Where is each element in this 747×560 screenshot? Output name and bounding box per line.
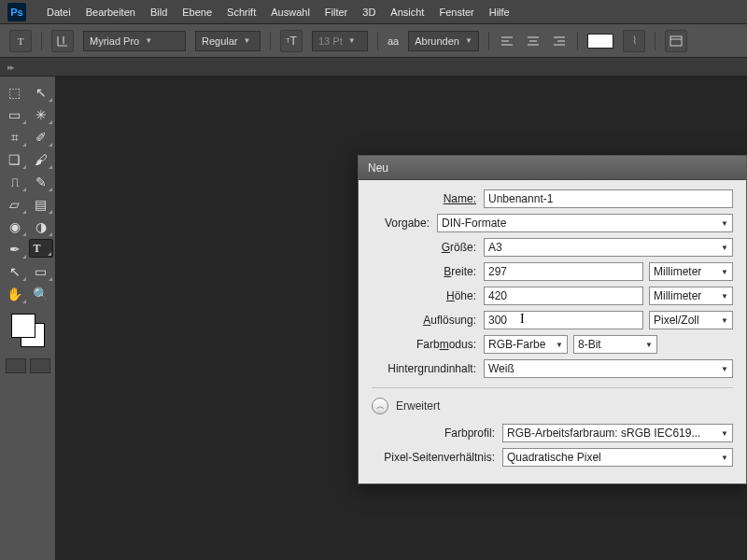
height-unit-select[interactable]: Millimeter▼ xyxy=(649,287,733,305)
separator xyxy=(655,32,655,50)
advanced-label: Erweitert xyxy=(396,399,440,413)
width-unit-select[interactable]: Millimeter▼ xyxy=(649,262,733,281)
document-tab-strip: ▸▸ xyxy=(0,58,747,77)
size-value: A3 xyxy=(488,241,502,254)
warp-text-icon[interactable]: ⌇ xyxy=(623,30,645,52)
mode-label: Farbmodus: xyxy=(372,338,484,351)
menu-ansicht[interactable]: Ansicht xyxy=(390,7,424,18)
dialog-titlebar[interactable]: Neu xyxy=(359,156,746,180)
tool-blur[interactable]: ◉ xyxy=(3,217,27,237)
menu-hilfe[interactable]: Hilfe xyxy=(489,7,510,18)
align-center-button[interactable] xyxy=(525,33,542,49)
name-input[interactable]: Unbenannt-1 xyxy=(484,189,733,208)
resolution-input[interactable]: 300 I xyxy=(484,311,643,329)
tool-zoom[interactable]: 🔍 xyxy=(29,284,53,304)
app-logo: Ps xyxy=(7,3,26,21)
menu-3d[interactable]: 3D xyxy=(362,7,375,18)
resolution-unit-select[interactable]: Pixel/Zoll▼ xyxy=(649,311,733,329)
font-family-select[interactable]: Myriad Pro▼ xyxy=(83,31,186,51)
menu-schrift[interactable]: Schrift xyxy=(227,7,256,18)
separator xyxy=(41,32,42,50)
advanced-toggle[interactable]: ︿ Erweitert xyxy=(372,398,733,414)
menu-ebene[interactable]: Ebene xyxy=(182,7,212,18)
size-select[interactable]: A3 ▼ xyxy=(484,238,733,257)
tool-move-arrow[interactable]: ↖ xyxy=(29,82,53,103)
separator xyxy=(488,32,489,50)
menu-datei[interactable]: Datei xyxy=(47,7,71,18)
menu-bearbeiten[interactable]: Bearbeiten xyxy=(86,7,135,18)
antialias-label: aa xyxy=(388,35,399,47)
resolution-label: Auflösung: xyxy=(372,314,484,327)
align-left-button[interactable] xyxy=(499,33,515,49)
separator xyxy=(577,32,578,50)
chevron-down-icon: ▼ xyxy=(465,36,472,45)
tool-type[interactable]: T xyxy=(29,239,53,258)
profile-label: Farbprofil: xyxy=(372,427,502,440)
font-size-value: 13 Pt xyxy=(318,35,343,47)
size-label: Größe: xyxy=(372,241,484,254)
edit-mode-standard[interactable] xyxy=(6,358,26,373)
tool-brush[interactable]: 🖌 xyxy=(29,149,53,170)
menu-bild[interactable]: Bild xyxy=(150,7,167,18)
pixel-aspect-select[interactable]: Quadratische Pixel▼ xyxy=(502,448,733,467)
tool-marquee[interactable]: ▭ xyxy=(3,105,27,125)
par-label: Pixel-Seitenverhältnis: xyxy=(372,451,502,464)
font-style-select[interactable]: Regular▼ xyxy=(195,31,261,51)
menu-fenster[interactable]: Fenster xyxy=(439,7,473,18)
toolbox: ⬚ ↖ ▭ ✳ ⌗ ✐ ❏ 🖌 ⎍ ✎ ▱ ▤ ◉ ◑ ✒ T ↖ ▭ ✋ 🔍 xyxy=(0,77,56,560)
bit-depth-value: 8-Bit xyxy=(578,338,601,351)
tool-path-select[interactable]: ↖ xyxy=(3,261,27,282)
antialias-select[interactable]: Abrunden▼ xyxy=(408,31,479,51)
tool-stamp[interactable]: ⎍ xyxy=(3,172,27,192)
tool-history[interactable]: ✎ xyxy=(29,172,53,192)
tool-patch[interactable]: ❏ xyxy=(3,149,27,170)
resolution-unit-value: Pixel/Zoll xyxy=(654,314,699,327)
tool-magic-wand[interactable]: ✳ xyxy=(29,105,53,125)
foreground-color-swatch[interactable] xyxy=(11,314,35,338)
antialias-value: Abrunden xyxy=(415,35,459,47)
text-caret-icon: I xyxy=(520,312,525,327)
color-profile-select[interactable]: RGB-Arbeitsfarbraum: sRGB IEC619...▼ xyxy=(502,424,733,442)
tool-dodge[interactable]: ◑ xyxy=(29,217,53,237)
font-size-select[interactable]: 13 Pt▼ xyxy=(312,31,368,51)
background-select[interactable]: Weiß▼ xyxy=(484,359,733,378)
menu-filter[interactable]: Filter xyxy=(325,7,347,18)
align-right-button[interactable] xyxy=(551,33,568,49)
tool-hand[interactable]: ✋ xyxy=(3,284,27,304)
height-label: Höhe: xyxy=(372,289,484,302)
tool-eyedropper[interactable]: ✐ xyxy=(29,127,53,147)
character-panel-icon[interactable] xyxy=(665,30,687,52)
font-size-icon: TT xyxy=(280,30,303,52)
tool-eraser[interactable]: ▱ xyxy=(3,194,27,215)
tool-pen[interactable]: ✒ xyxy=(3,239,27,259)
preset-value: DIN-Formate xyxy=(442,217,506,230)
tool-shape[interactable]: ▭ xyxy=(29,261,53,282)
chevron-down-icon: ▼ xyxy=(721,454,728,462)
chevron-down-icon: ▼ xyxy=(348,36,356,45)
orientation-icon[interactable] xyxy=(51,30,74,52)
chevron-down-icon: ▼ xyxy=(556,341,563,349)
edit-mode-quickmask[interactable] xyxy=(30,358,50,373)
chevron-down-icon: ▼ xyxy=(645,341,653,349)
chevron-down-icon: ▼ xyxy=(145,36,152,45)
background-label: Hintergrundinhalt: xyxy=(372,362,484,375)
tab-overflow-icon[interactable]: ▸▸ xyxy=(7,63,13,72)
color-profile-value: RGB-Arbeitsfarbraum: sRGB IEC619... xyxy=(507,427,700,440)
tool-gradient[interactable]: ▤ xyxy=(29,194,53,215)
color-swatches[interactable] xyxy=(9,312,47,349)
tool-crop[interactable]: ⌗ xyxy=(3,127,27,147)
tool-move[interactable]: ⬚ xyxy=(3,82,27,103)
tool-preset-icon[interactable]: T xyxy=(9,30,32,52)
chevron-down-icon: ▼ xyxy=(721,244,728,252)
background-value: Weiß xyxy=(488,362,514,375)
preset-select[interactable]: DIN-Formate ▼ xyxy=(437,214,733,232)
color-mode-select[interactable]: RGB-Farbe▼ xyxy=(484,335,568,354)
text-color-swatch[interactable] xyxy=(587,34,613,49)
new-document-dialog: Neu Name: Unbenannt-1 Vorgabe: DIN-Forma… xyxy=(358,155,747,484)
separator xyxy=(270,32,271,50)
width-input[interactable]: 297 xyxy=(484,262,643,281)
menu-auswahl[interactable]: Auswahl xyxy=(271,7,310,18)
height-unit-value: Millimeter xyxy=(654,289,701,302)
bit-depth-select[interactable]: 8-Bit▼ xyxy=(573,335,657,354)
height-input[interactable]: 420 xyxy=(484,287,643,305)
